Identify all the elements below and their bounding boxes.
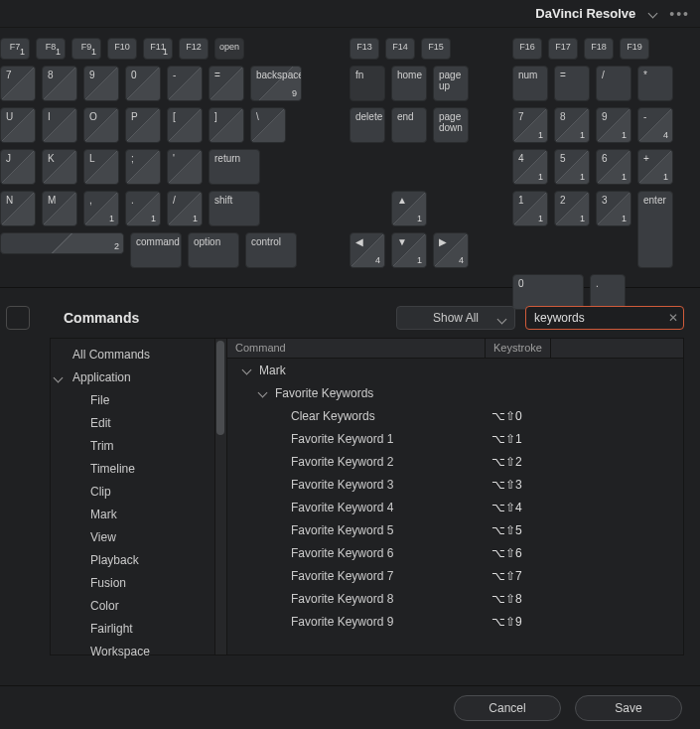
command-row[interactable]: Favorite Keywords <box>227 381 683 404</box>
key-enter[interactable]: enter <box>637 191 673 268</box>
key-page-down[interactable]: page down <box>433 107 469 143</box>
key-5[interactable]: 51 <box>554 149 590 185</box>
app-dropdown-icon[interactable] <box>647 9 657 19</box>
key-2[interactable]: 21 <box>554 191 590 226</box>
key--[interactable]: ▼1 <box>391 232 427 268</box>
key-f7[interactable]: F71 <box>0 38 30 60</box>
command-row[interactable]: Clear Keywords⌥⇧0 <box>227 404 683 427</box>
key--[interactable]: . <box>590 274 626 310</box>
key-f10[interactable]: F10 <box>107 38 137 60</box>
key-m[interactable]: M <box>42 191 77 226</box>
key-6[interactable]: 61 <box>596 149 631 185</box>
category-color[interactable]: Color <box>51 594 226 617</box>
key-f12[interactable]: F12 <box>179 38 209 60</box>
command-row[interactable]: Favorite Keyword 8⌥⇧8 <box>227 587 683 610</box>
key-open[interactable]: open <box>214 38 244 60</box>
key-f13[interactable]: F13 <box>350 38 379 60</box>
category-file[interactable]: File <box>51 388 226 411</box>
key-o[interactable]: O <box>83 107 119 143</box>
column-command[interactable]: Command <box>227 339 486 358</box>
key--[interactable]: [ <box>167 107 203 143</box>
search-input[interactable] <box>525 306 684 330</box>
key-shift[interactable]: shift <box>209 191 260 226</box>
category-fusion[interactable]: Fusion <box>51 571 226 594</box>
category-all-commands[interactable]: All Commands <box>51 343 226 365</box>
key--[interactable]: ' <box>167 149 203 185</box>
key-9[interactable]: 9 <box>83 66 119 101</box>
key-option[interactable]: option <box>188 232 239 268</box>
key--[interactable]: - <box>167 66 203 101</box>
key-return[interactable]: return <box>209 149 260 185</box>
key-0[interactable]: 0 <box>512 274 584 310</box>
category-timeline[interactable]: Timeline <box>51 457 226 480</box>
key--[interactable]: ▲1 <box>391 191 427 226</box>
key--[interactable]: +1 <box>637 149 673 185</box>
key-3[interactable]: 31 <box>596 191 631 226</box>
key-f14[interactable]: F14 <box>385 38 415 60</box>
key-n[interactable]: N <box>0 191 36 226</box>
key-f9[interactable]: F91 <box>71 38 101 60</box>
category-trim[interactable]: Trim <box>51 434 226 457</box>
key-f16[interactable]: F16 <box>512 38 542 60</box>
key-u[interactable]: U <box>0 107 36 143</box>
category-application[interactable]: Application <box>51 365 226 388</box>
key--[interactable]: ,1 <box>83 191 119 226</box>
command-row[interactable]: Mark <box>227 359 683 381</box>
key-7[interactable]: 71 <box>512 107 548 143</box>
key-0[interactable]: 0 <box>125 66 161 101</box>
key--[interactable]: \ <box>250 107 286 143</box>
command-row[interactable]: Favorite Keyword 1⌥⇧1 <box>227 427 683 450</box>
key--[interactable]: .1 <box>125 191 161 226</box>
category-playback[interactable]: Playback <box>51 548 226 571</box>
category-panel[interactable]: All CommandsApplicationFileEditTrimTimel… <box>50 338 226 656</box>
key-control[interactable]: control <box>245 232 297 268</box>
category-fairlight[interactable]: Fairlight <box>51 617 226 640</box>
filter-toggle-button[interactable] <box>6 306 30 330</box>
key--[interactable]: ◀4 <box>350 232 385 268</box>
command-row[interactable]: Favorite Keyword 7⌥⇧7 <box>227 564 683 587</box>
key--[interactable]: -4 <box>637 107 673 143</box>
key-i[interactable]: I <box>42 107 77 143</box>
key--[interactable]: ▶4 <box>433 232 469 268</box>
key-space[interactable]: 2 <box>0 232 124 254</box>
key-f15[interactable]: F15 <box>421 38 451 60</box>
key-p[interactable]: P <box>125 107 161 143</box>
key--[interactable]: = <box>554 66 590 101</box>
command-row[interactable]: Favorite Keyword 4⌥⇧4 <box>227 496 683 518</box>
command-row[interactable]: Favorite Keyword 6⌥⇧6 <box>227 541 683 564</box>
key-8[interactable]: 81 <box>554 107 590 143</box>
key--[interactable]: = <box>209 66 244 101</box>
command-row[interactable]: Favorite Keyword 5⌥⇧5 <box>227 518 683 541</box>
key-1[interactable]: 11 <box>512 191 548 226</box>
category-dropdown[interactable]: Show All <box>396 306 515 330</box>
key-backspace[interactable]: backspace9 <box>250 66 302 101</box>
scrollbar-thumb[interactable] <box>216 341 224 435</box>
key--[interactable]: ] <box>209 107 244 143</box>
command-row[interactable]: Favorite Keyword 2⌥⇧2 <box>227 450 683 473</box>
key-8[interactable]: 8 <box>42 66 77 101</box>
scrollbar-track[interactable] <box>214 339 226 655</box>
key-home[interactable]: home <box>391 66 427 101</box>
key-7[interactable]: 7 <box>0 66 36 101</box>
key--[interactable]: /1 <box>167 191 203 226</box>
category-workspace[interactable]: Workspace <box>51 640 226 662</box>
category-clip[interactable]: Clip <box>51 480 226 503</box>
category-view[interactable]: View <box>51 525 226 548</box>
key--[interactable]: / <box>596 66 631 101</box>
key-9[interactable]: 91 <box>596 107 631 143</box>
key-l[interactable]: L <box>83 149 119 185</box>
key-k[interactable]: K <box>42 149 77 185</box>
key--[interactable]: * <box>637 66 673 101</box>
key-command[interactable]: command <box>130 232 182 268</box>
cancel-button[interactable]: Cancel <box>454 695 561 721</box>
key-f18[interactable]: F18 <box>584 38 614 60</box>
clear-search-icon[interactable]: ✕ <box>668 311 678 325</box>
category-edit[interactable]: Edit <box>51 411 226 434</box>
command-row[interactable]: Favorite Keyword 3⌥⇧3 <box>227 473 683 496</box>
save-button[interactable]: Save <box>575 695 682 721</box>
key-f11[interactable]: F111 <box>143 38 173 60</box>
command-row[interactable]: Favorite Keyword 9⌥⇧9 <box>227 610 683 633</box>
key-j[interactable]: J <box>0 149 36 185</box>
column-keystroke[interactable]: Keystroke <box>486 339 551 358</box>
key-fn[interactable]: fn <box>350 66 385 101</box>
